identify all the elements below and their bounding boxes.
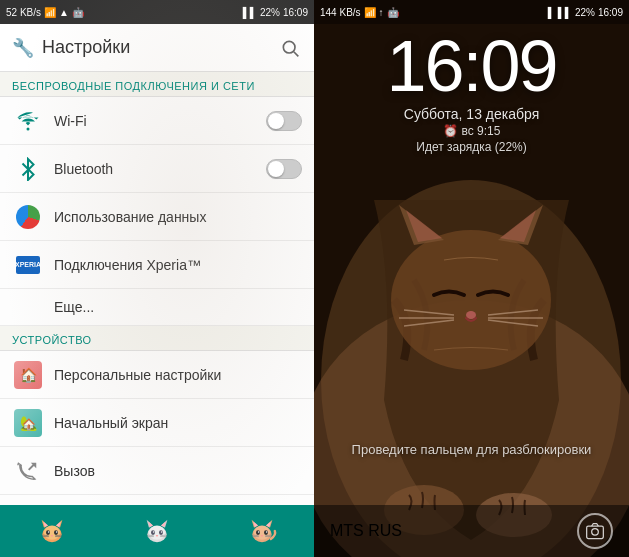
- personal-item[interactable]: 🏠 Персональные настройки: [0, 351, 314, 399]
- svg-point-47: [260, 535, 262, 537]
- wifi-status-icon: 📶: [44, 7, 56, 18]
- lockscreen-panel: 144 KB/s 📶 ↑ 🤖 ▌ ▌▌ 22% 16:09 16:09 Субб…: [314, 0, 629, 557]
- svg-point-31: [161, 531, 163, 533]
- settings-panel: 52 KB/s 📶 ▲ 🤖 ▌▌ 22% 16:09 🔧 Настройки Б…: [0, 0, 314, 557]
- clock-time: 16:09: [314, 30, 629, 102]
- clock-date: Суббота, 13 декабря: [314, 106, 629, 122]
- xperia-icon: XPERIA: [12, 249, 44, 281]
- section-wireless-header: БЕСПРОВОДНЫЕ ПОДКЛЮЧЕНИЯ И СЕТИ: [0, 72, 314, 97]
- more-item[interactable]: Еще...: [0, 289, 314, 326]
- settings-title: Настройки: [42, 37, 130, 58]
- data-usage-label: Использование данных: [54, 209, 302, 225]
- unlock-hint: Проведите пальцем для разблокировки: [314, 442, 629, 457]
- section-device-header: УСТРОЙСТВО: [0, 326, 314, 351]
- svg-point-43: [256, 530, 260, 535]
- svg-point-44: [264, 530, 268, 535]
- svg-point-13: [46, 530, 50, 535]
- calls-icon: [12, 455, 44, 487]
- sim-icon: ▌: [548, 7, 555, 18]
- signal-bars-left: ▌▌: [243, 7, 257, 18]
- alarm-time: вс 9:15: [462, 124, 501, 138]
- calls-item[interactable]: Вызов: [0, 447, 314, 495]
- svg-point-16: [56, 531, 58, 533]
- wifi-icon-right: 📶: [364, 7, 376, 18]
- home-item[interactable]: 🏡 Начальный экран: [0, 399, 314, 447]
- svg-point-30: [153, 531, 155, 533]
- clock-alarm: ⏰ вс 9:15: [314, 124, 629, 138]
- svg-point-70: [592, 529, 599, 536]
- wifi-icon: [12, 105, 44, 137]
- bottom-bar-right: MTS RUS: [314, 505, 629, 557]
- more-label: Еще...: [54, 299, 94, 315]
- settings-wrench-icon: 🔧: [12, 37, 34, 59]
- bluetooth-toggle[interactable]: [266, 159, 302, 179]
- alarm-icon: ⏰: [443, 124, 458, 138]
- lock-clock: 16:09 Суббота, 13 декабря ⏰ вс 9:15 Идет…: [314, 30, 629, 154]
- nav-cat-2[interactable]: [137, 511, 177, 551]
- status-right-icons: ▌▌ 22% 16:09: [243, 7, 308, 18]
- svg-point-46: [265, 531, 267, 533]
- header-title: 🔧 Настройки: [12, 37, 278, 59]
- svg-point-45: [257, 531, 259, 533]
- signal-icon: ▲: [59, 7, 69, 18]
- android-icon-right: 🤖: [387, 7, 399, 18]
- data-usage-icon: [12, 201, 44, 233]
- svg-point-29: [159, 530, 163, 535]
- time-right: 16:09: [598, 7, 623, 18]
- battery-left: 22%: [260, 7, 280, 18]
- data-speed-right: 144 KB/s: [320, 7, 361, 18]
- search-button[interactable]: [278, 36, 302, 60]
- status-right-right: ▌ ▌▌ 22% 16:09: [548, 7, 623, 18]
- svg-point-15: [48, 531, 50, 533]
- nav-cat-1[interactable]: [32, 511, 72, 551]
- svg-point-28: [151, 530, 155, 535]
- time-left: 16:09: [283, 7, 308, 18]
- camera-button[interactable]: [577, 513, 613, 549]
- carrier-name: MTS RUS: [330, 522, 402, 540]
- svg-point-14: [54, 530, 58, 535]
- app-header: 🔧 Настройки: [0, 24, 314, 72]
- android-icon: 🤖: [72, 7, 84, 18]
- bluetooth-label: Bluetooth: [54, 161, 266, 177]
- clock-charging: Идет зарядка (22%): [314, 140, 629, 154]
- status-bar-right: 144 KB/s 📶 ↑ 🤖 ▌ ▌▌ 22% 16:09: [314, 0, 629, 24]
- home-label: Начальный экран: [54, 415, 302, 431]
- xperia-label: Подключения Xperia™: [54, 257, 302, 273]
- svg-point-17: [51, 535, 53, 537]
- menu-scroll: БЕСПРОВОДНЫЕ ПОДКЛЮЧЕНИЯ И СЕТИ Wi-Fi Bl…: [0, 72, 314, 557]
- svg-point-0: [283, 41, 295, 53]
- wifi-label: Wi-Fi: [54, 113, 266, 129]
- wifi-item[interactable]: Wi-Fi: [0, 97, 314, 145]
- battery-right: 22%: [575, 7, 595, 18]
- svg-point-55: [391, 230, 551, 370]
- home-icon: 🏡: [12, 407, 44, 439]
- bluetooth-item[interactable]: Bluetooth: [0, 145, 314, 193]
- svg-point-32: [156, 535, 158, 537]
- data-usage-item[interactable]: Использование данных: [0, 193, 314, 241]
- nav-cat-3[interactable]: [242, 511, 282, 551]
- wifi-toggle[interactable]: [266, 111, 302, 131]
- svg-point-56: [466, 311, 476, 319]
- svg-point-2: [27, 127, 30, 130]
- svg-line-1: [294, 51, 299, 56]
- status-left-icons: 52 KB/s 📶 ▲ 🤖: [6, 7, 84, 18]
- xperia-item[interactable]: XPERIA Подключения Xperia™: [0, 241, 314, 289]
- status-bar-left: 52 KB/s 📶 ▲ 🤖 ▌▌ 22% 16:09: [0, 0, 314, 24]
- bottom-nav-left: [0, 505, 314, 557]
- personal-icon: 🏠: [12, 359, 44, 391]
- personal-label: Персональные настройки: [54, 367, 302, 383]
- data-speed-left: 52 KB/s: [6, 7, 41, 18]
- signal-right: ▌▌: [558, 7, 572, 18]
- signal-icon-right: ↑: [379, 7, 384, 18]
- calls-label: Вызов: [54, 463, 302, 479]
- bluetooth-icon: [12, 153, 44, 185]
- status-left-right: 144 KB/s 📶 ↑ 🤖: [320, 7, 399, 18]
